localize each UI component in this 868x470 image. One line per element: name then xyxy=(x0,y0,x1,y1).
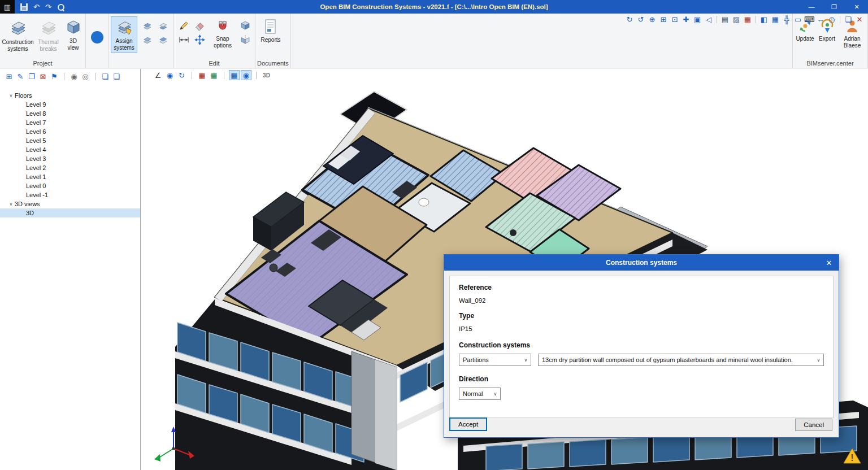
angle-reference-icon[interactable]: ∠ xyxy=(153,70,163,80)
accept-button[interactable]: Accept xyxy=(449,417,487,431)
redo-icon[interactable]: ↷ xyxy=(45,3,51,11)
tree-item-floor[interactable]: Level 8 xyxy=(0,109,140,118)
construction-systems-button[interactable]: Construction systems xyxy=(2,16,34,54)
3d-view-icon xyxy=(66,19,81,37)
thermal-breaks-button[interactable]: Thermal breaks xyxy=(35,16,62,54)
tree-item-label: Level 8 xyxy=(26,110,46,117)
object-tools xyxy=(237,16,253,45)
assign-floors-icon[interactable] xyxy=(157,20,168,31)
tree-group-3d-views[interactable]: ∨ 3D views xyxy=(0,199,140,208)
zoom-window-icon[interactable]: ⊡ xyxy=(670,15,680,24)
assign-systems-button[interactable]: Assign systems xyxy=(111,16,137,53)
tree-item-floor[interactable]: Level 7 xyxy=(0,118,140,127)
chevron-down-icon: ∨ xyxy=(491,391,500,397)
eraser-icon[interactable] xyxy=(194,20,205,31)
pan-icon[interactable]: ✚ xyxy=(681,15,691,24)
assign-walls-icon[interactable] xyxy=(141,20,153,31)
mode-3d-icon[interactable]: 3D xyxy=(261,70,272,80)
zoom-in-icon[interactable]: ⊕ xyxy=(647,15,657,24)
assign-roofs-icon[interactable] xyxy=(141,34,153,45)
orbit-view-icon[interactable]: ↺ xyxy=(636,15,646,24)
chevron-down-icon[interactable]: ∨ xyxy=(7,202,15,207)
comment-icon[interactable]: ❏ xyxy=(843,15,853,24)
new-view-icon[interactable]: ⊞ xyxy=(4,72,14,81)
assign-openings-icon[interactable] xyxy=(157,34,168,45)
undo-icon[interactable]: ↶ xyxy=(33,3,40,11)
construction-systems-icon xyxy=(10,19,27,38)
rotate-view-icon[interactable]: ↻ xyxy=(176,70,187,80)
warning-icon[interactable]: ! xyxy=(843,447,862,465)
direction-select[interactable]: Normal ∨ xyxy=(459,388,501,400)
move-icon[interactable] xyxy=(194,34,205,45)
green-plan-icon[interactable]: ▦ xyxy=(209,70,219,80)
system-select[interactable]: 13cm dry partition wall composed out of … xyxy=(538,354,824,366)
dialog-titlebar[interactable]: Construction systems ✕ xyxy=(444,255,839,271)
construction-systems-label: Construction systems xyxy=(459,341,824,349)
snapshot-settings-icon[interactable]: ◎ xyxy=(80,72,90,81)
tree-item-floor[interactable]: Level -1 xyxy=(0,190,140,199)
edit-view-icon[interactable]: ✎ xyxy=(15,72,25,81)
snap-options-button[interactable]: Snap options xyxy=(209,16,236,51)
grid-icon[interactable]: ▦ xyxy=(770,15,780,24)
keyboard-icon[interactable]: ⌨ xyxy=(804,15,814,24)
delete-view-icon[interactable]: ⊠ xyxy=(38,72,48,81)
tree-item-label: 3D xyxy=(26,210,34,216)
tree-item-floor[interactable]: Level 5 xyxy=(0,136,140,145)
cancel-button[interactable]: Cancel xyxy=(795,419,832,431)
close-button[interactable]: ✕ xyxy=(845,0,868,14)
app-icon[interactable]: ▥ xyxy=(0,0,15,14)
full-view-icon[interactable]: ▣ xyxy=(692,15,702,24)
layer-table-icon[interactable]: ▤ xyxy=(720,15,730,24)
rotate-object-icon[interactable] xyxy=(240,20,251,31)
save-icon[interactable] xyxy=(20,3,28,11)
tree-item-floor[interactable]: Level 9 xyxy=(0,100,140,109)
tree-item-3d[interactable]: 3D xyxy=(0,208,140,217)
red-plan-icon[interactable]: ▦ xyxy=(197,70,207,80)
drawings-icon[interactable]: ❏ xyxy=(100,72,110,81)
screen-icon[interactable]: ▭ xyxy=(793,15,803,24)
help-tools: ❏✕ xyxy=(843,15,865,24)
section-view-icon[interactable]: ▦ xyxy=(229,70,240,80)
crosshair-icon[interactable]: ╬ xyxy=(782,15,792,24)
magnet-icon xyxy=(216,19,229,34)
tree-group-floors[interactable]: ∨ Floors xyxy=(0,91,140,100)
tree-item-floor[interactable]: Level 0 xyxy=(0,181,140,190)
dialog-content: Reference Wall_092 Type IP15 Constructio… xyxy=(449,276,834,418)
tree-item-floor[interactable]: Level 1 xyxy=(0,172,140,181)
tree-item-floor[interactable]: Level 6 xyxy=(0,127,140,136)
tree-item-floor[interactable]: Level 2 xyxy=(0,163,140,172)
tree-item-floor[interactable]: Level 4 xyxy=(0,145,140,154)
ribbon-group-label: Edit xyxy=(175,59,253,68)
cancel-tool-icon[interactable]: ✕ xyxy=(854,15,865,24)
restore-button[interactable]: ❐ xyxy=(823,0,845,14)
snapshot-icon[interactable]: ◉ xyxy=(69,72,79,81)
refresh-view-icon[interactable]: ↻ xyxy=(624,15,635,24)
hatch-table-icon[interactable]: ▨ xyxy=(731,15,741,24)
layouts-icon[interactable]: ❏ xyxy=(111,72,121,81)
zoom-extents-icon[interactable]: ⊞ xyxy=(658,15,669,24)
timer-icon[interactable]: ◷ xyxy=(827,15,837,24)
pencil-icon[interactable] xyxy=(178,20,189,31)
background-icon[interactable]: ◧ xyxy=(759,15,769,24)
element-visibility-icon[interactable]: ◉ xyxy=(241,70,251,80)
assign-systems-icon xyxy=(116,19,132,37)
category-select[interactable]: Partitions ∨ xyxy=(459,354,531,366)
visibility-icon[interactable]: ◉ xyxy=(164,70,175,80)
views-tree: ∨ Floors Level 9 Level 8 Level 7 Level 6… xyxy=(0,84,140,217)
cancel-icon[interactable] xyxy=(91,31,103,43)
3d-view-button[interactable]: 3D view xyxy=(63,16,84,53)
chevron-down-icon[interactable]: ∨ xyxy=(7,93,15,98)
materials-icon[interactable]: ▦ xyxy=(743,15,753,24)
search-icon[interactable] xyxy=(57,3,64,11)
dialog-close-icon[interactable]: ✕ xyxy=(819,255,839,271)
reports-button[interactable]: Reports xyxy=(257,16,284,46)
elevation-view-icon[interactable]: ⚑ xyxy=(49,72,59,81)
tree-item-floor[interactable]: Level 3 xyxy=(0,154,140,163)
ruler-icon[interactable]: ↔ xyxy=(815,15,826,24)
duplicate-view-icon[interactable]: ❐ xyxy=(27,72,37,81)
tree-item-label: Level 7 xyxy=(26,119,46,126)
minimize-button[interactable]: — xyxy=(800,0,823,14)
previous-view-icon[interactable]: ◁ xyxy=(704,15,714,24)
dimension-icon[interactable] xyxy=(178,34,189,45)
mirror-object-icon[interactable] xyxy=(240,34,251,45)
